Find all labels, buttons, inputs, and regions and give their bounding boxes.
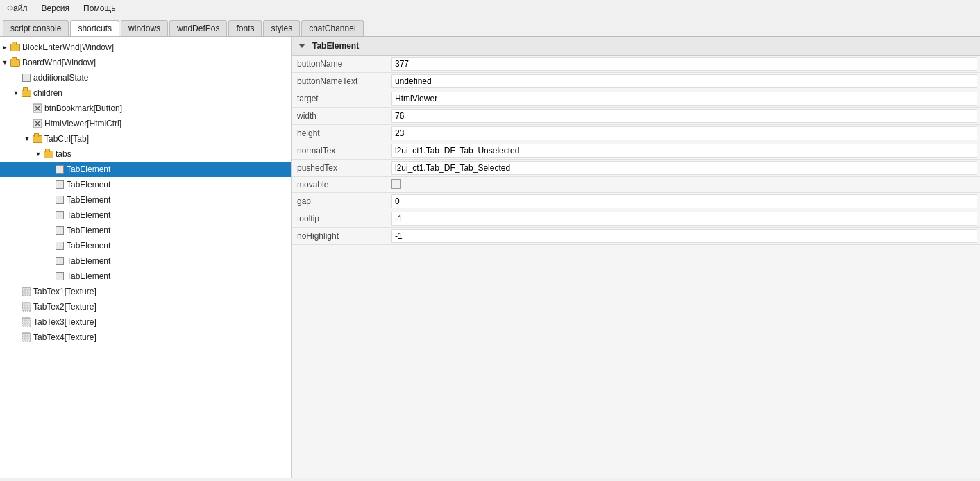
prop-value-cell-tooltip[interactable]	[389, 210, 980, 228]
tree-node-tabctrl[interactable]: ▼TabCtrl[Tab]	[0, 131, 291, 146]
tree-node-tab4[interactable]: TabElement	[0, 208, 291, 223]
box-icon-addstate	[21, 74, 32, 82]
prop-name-noHighlight: noHighlight	[292, 228, 389, 245]
prop-input-normalTex[interactable]	[391, 144, 977, 158]
tab-fonts[interactable]: fonts	[228, 20, 262, 36]
prop-row-width: width	[292, 108, 980, 125]
prop-value-cell-movable[interactable]	[389, 177, 980, 193]
texture-icon-tabtex2	[21, 302, 32, 312]
prop-name-movable: movable	[292, 177, 389, 193]
tree-node-htmlviewer[interactable]: HtmlViewer[HtmlCtrl]	[0, 116, 291, 131]
prop-row-gap: gap	[292, 193, 980, 210]
menu-version[interactable]: Версия	[39, 2, 73, 15]
svg-rect-11	[22, 303, 31, 311]
section-title: TabElement	[312, 41, 359, 51]
tree-node-boardwnd[interactable]: ▼BoardWnd[Window]	[0, 55, 291, 70]
toggle-tabs[interactable]: ▼	[33, 151, 43, 158]
toggle-tabctrl[interactable]: ▼	[22, 135, 32, 142]
tab-shortcuts[interactable]: shortcuts	[70, 20, 119, 36]
tab-script-console[interactable]: script console	[3, 20, 69, 36]
props-panel: TabElement buttonNamebuttonNameTexttarge…	[292, 37, 980, 478]
prop-checkbox-movable[interactable]	[391, 179, 401, 189]
box-icon-tab2	[54, 180, 65, 189]
tree-node-addstate[interactable]: additionalState	[0, 70, 291, 85]
section-collapse-icon[interactable]	[298, 44, 305, 48]
prop-row-target: target	[292, 90, 980, 108]
tree-node-tab6[interactable]: TabElement	[0, 238, 291, 253]
prop-input-gap[interactable]	[391, 194, 977, 208]
tree-label-tab8: TabElement	[67, 271, 110, 281]
prop-input-tooltip[interactable]	[391, 212, 977, 226]
tree-node-tabtex3[interactable]: TabTex3[Texture]	[0, 314, 291, 330]
prop-row-tooltip: tooltip	[292, 210, 980, 228]
tab-styles[interactable]: styles	[263, 20, 300, 36]
menu-bar: Файл Версия Помощь	[0, 0, 980, 17]
prop-name-target: target	[292, 90, 389, 108]
folder-icon-boardwnd	[10, 59, 21, 67]
prop-value-cell-noHighlight[interactable]	[389, 228, 980, 245]
prop-value-cell-buttonNameText[interactable]	[389, 73, 980, 90]
prop-value-cell-pushedTex[interactable]	[389, 160, 980, 177]
tree-node-tab2[interactable]: TabElement	[0, 177, 291, 192]
tree-node-tab3[interactable]: TabElement	[0, 192, 291, 208]
prop-input-buttonName[interactable]	[391, 57, 977, 71]
prop-name-normalTex: normalTex	[292, 142, 389, 160]
tree-label-tab5: TabElement	[67, 226, 110, 235]
tree-label-addstate: additionalState	[33, 73, 88, 83]
tree-label-tabtex2: TabTex2[Texture]	[33, 302, 96, 312]
prop-value-cell-height[interactable]	[389, 125, 980, 142]
tab-bar: script console shortcuts windows wndDefP…	[0, 17, 980, 37]
svg-rect-16	[22, 318, 31, 326]
tree-node-blockenter[interactable]: ►BlockEnterWnd[Window]	[0, 40, 291, 55]
tree-label-tab6: TabElement	[67, 241, 110, 251]
tree-node-tab1[interactable]: TabElement	[0, 162, 291, 177]
tree-node-tabtex1[interactable]: TabTex1[Texture]	[0, 284, 291, 299]
prop-input-buttonNameText[interactable]	[391, 74, 977, 88]
menu-help[interactable]: Помощь	[81, 2, 118, 15]
tree-node-tab5[interactable]: TabElement	[0, 223, 291, 238]
prop-input-noHighlight[interactable]	[391, 229, 977, 243]
prop-input-pushedTex[interactable]	[391, 161, 977, 175]
prop-value-cell-target[interactable]	[389, 90, 980, 108]
tree-node-children[interactable]: ▼children	[0, 85, 291, 101]
prop-input-width[interactable]	[391, 109, 977, 123]
prop-value-cell-normalTex[interactable]	[389, 142, 980, 160]
tree-label-tab2: TabElement	[67, 180, 110, 189]
box-icon-tab5	[54, 226, 65, 235]
tab-wnddefpos[interactable]: wndDefPos	[169, 20, 227, 36]
prop-value-cell-gap[interactable]	[389, 193, 980, 210]
tree-node-tabtex4[interactable]: TabTex4[Texture]	[0, 330, 291, 345]
prop-row-pushedTex: pushedTex	[292, 160, 980, 177]
tree-scroll-area: ►BlockEnterWnd[Window]▼BoardWnd[Window]a…	[0, 37, 291, 348]
prop-name-tooltip: tooltip	[292, 210, 389, 228]
toggle-children[interactable]: ▼	[11, 90, 21, 96]
svg-rect-6	[22, 287, 31, 296]
menu-file[interactable]: Файл	[4, 2, 31, 15]
prop-value-cell-buttonName[interactable]	[389, 56, 980, 73]
prop-name-height: height	[292, 125, 389, 142]
tree-label-tabtex3: TabTex3[Texture]	[33, 317, 96, 327]
prop-row-height: height	[292, 125, 980, 142]
prop-input-height[interactable]	[391, 126, 977, 140]
tree-node-btnbookmark[interactable]: btnBookmark[Button]	[0, 101, 291, 116]
box-icon-tab3	[54, 196, 65, 204]
props-header: TabElement	[292, 37, 980, 56]
box-icon-tab6	[54, 242, 65, 250]
tab-windows[interactable]: windows	[121, 20, 168, 36]
tree-panel[interactable]: ►BlockEnterWnd[Window]▼BoardWnd[Window]a…	[0, 37, 292, 478]
tree-label-btnbookmark: btnBookmark[Button]	[44, 103, 122, 113]
tree-label-tabctrl: TabCtrl[Tab]	[44, 134, 89, 144]
box-icon-tab7	[54, 257, 65, 265]
tree-node-tabtex2[interactable]: TabTex2[Texture]	[0, 299, 291, 314]
prop-value-cell-width[interactable]	[389, 108, 980, 125]
tree-label-tab1: TabElement	[67, 164, 110, 174]
prop-row-normalTex: normalTex	[292, 142, 980, 160]
tree-label-tab7: TabElement	[67, 256, 110, 266]
tab-chatchannel[interactable]: chatChannel	[301, 20, 363, 36]
tree-node-tab8[interactable]: TabElement	[0, 269, 291, 284]
toggle-boardwnd[interactable]: ▼	[0, 59, 10, 66]
toggle-blockenter[interactable]: ►	[0, 44, 10, 51]
tree-node-tab7[interactable]: TabElement	[0, 253, 291, 269]
prop-input-target[interactable]	[391, 92, 977, 106]
tree-node-tabs[interactable]: ▼tabs	[0, 146, 291, 162]
